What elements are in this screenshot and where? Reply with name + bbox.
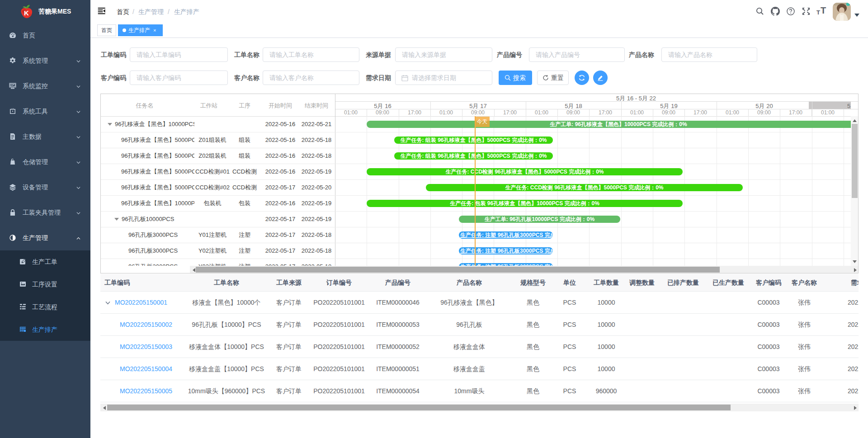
- svg-text:K: K: [24, 9, 29, 17]
